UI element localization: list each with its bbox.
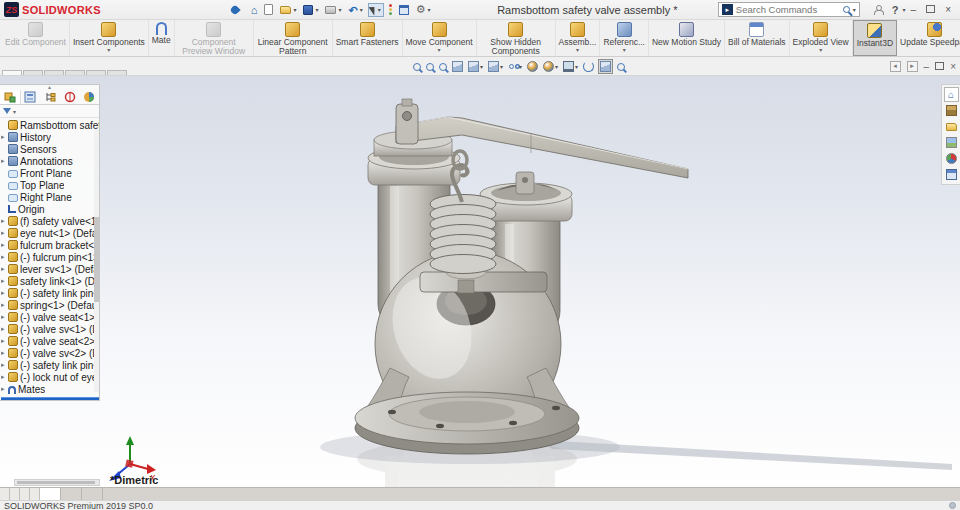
restore-button[interactable] <box>921 4 940 15</box>
undo-button[interactable]: ↶ <box>346 4 364 16</box>
save-button[interactable] <box>301 4 320 16</box>
tree-item[interactable]: ▸ spring<1> (Default<<I <box>1 299 99 311</box>
view-orientation-icon[interactable] <box>467 60 484 73</box>
menu-item[interactable] <box>163 8 177 12</box>
ribbon-button[interactable]: Edit Component ▾ <box>2 20 70 56</box>
pin-menu-icon[interactable] <box>229 4 240 15</box>
edit-appearance-icon[interactable] <box>526 60 539 73</box>
ribbon-button[interactable]: Exploded View ▾ <box>790 20 853 56</box>
tree-item[interactable]: ▸ Sensors <box>1 143 99 155</box>
solidworks-resources-button[interactable]: ⌂ <box>944 87 959 102</box>
menu-item[interactable] <box>131 8 145 12</box>
featuremanager-tab[interactable] <box>0 90 21 104</box>
search-input[interactable] <box>736 4 840 15</box>
expand-arrow-icon[interactable]: ▸ <box>1 263 8 275</box>
command-tab[interactable] <box>86 70 106 75</box>
new-document-button[interactable] <box>262 3 275 16</box>
command-tab[interactable] <box>107 70 127 75</box>
tree-item[interactable]: ▸ (-) valve seat<1> (Defa <box>1 311 99 323</box>
menu-item[interactable] <box>211 8 225 12</box>
ribbon-button[interactable]: Show Hidden Components ▾ <box>477 20 556 56</box>
ribbon-button[interactable]: New Motion Study ▾ <box>649 20 725 56</box>
tree-item[interactable]: ▸ (-) valve seat<2> (Defa <box>1 335 99 347</box>
ribbon-button[interactable]: Bill of Materials ▾ <box>725 20 790 56</box>
document-tab[interactable] <box>40 488 61 500</box>
command-tab[interactable] <box>65 70 85 75</box>
view-selector-icon[interactable] <box>598 59 613 74</box>
rollback-bar[interactable] <box>1 397 99 400</box>
doc-minimize-button[interactable]: – <box>924 61 930 72</box>
ribbon-button[interactable]: Component Preview Window ▾ <box>175 20 254 56</box>
expand-arrow-icon[interactable]: ▸ <box>1 275 8 287</box>
options-button[interactable]: ⚙ <box>414 3 433 16</box>
ribbon-button[interactable]: Move Component ▾ <box>403 20 477 56</box>
doc-restore-button[interactable] <box>935 60 944 72</box>
tree-item[interactable]: ▸ Origin <box>1 203 99 215</box>
dropdown-caret-icon[interactable]: ▾ <box>438 48 441 53</box>
tree-item[interactable]: ▸ (-) lock nut of eye nut< <box>1 371 99 383</box>
appearances-button[interactable] <box>944 151 959 166</box>
custom-properties-button[interactable] <box>944 167 959 182</box>
expand-arrow-icon[interactable]: ▸ <box>1 215 8 227</box>
tree-item[interactable]: ▸ safety link<1> (Default <box>1 275 99 287</box>
file-properties-button[interactable] <box>397 4 411 16</box>
display-style-icon[interactable] <box>487 60 504 73</box>
pane-left-button[interactable]: ◂ <box>890 61 901 72</box>
command-tab[interactable] <box>2 70 22 75</box>
tree-item[interactable]: ▸ (-) safety link pin<1> ( <box>1 287 99 299</box>
pan-icon[interactable] <box>616 62 626 72</box>
tree-item[interactable]: ▸ eye nut<1> (Default<< <box>1 227 99 239</box>
tree-item[interactable]: ▸ History <box>1 131 99 143</box>
previous-view-icon[interactable] <box>438 62 448 72</box>
user-account-icon[interactable] <box>873 5 883 15</box>
tree-item[interactable]: ▸ Annotations <box>1 155 99 167</box>
expand-arrow-icon[interactable]: ▸ <box>1 299 8 311</box>
minimize-button[interactable]: – <box>906 4 922 15</box>
ribbon-button[interactable]: Instant3D ▾ <box>853 20 897 56</box>
ribbon-button[interactable]: Mate ▾ <box>149 20 175 56</box>
home-button[interactable]: ⌂ <box>249 4 260 16</box>
expand-arrow-icon[interactable]: ▸ <box>1 347 8 359</box>
expand-arrow-icon[interactable]: ▸ <box>1 155 8 167</box>
file-explorer-button[interactable] <box>944 119 959 134</box>
tree-item[interactable]: ▸ (-) valve sv<2> (Defaul <box>1 347 99 359</box>
expand-arrow-icon[interactable]: ▸ <box>1 131 8 143</box>
select-button[interactable] <box>368 3 384 17</box>
design-library-button[interactable] <box>944 103 959 118</box>
open-button[interactable] <box>278 5 298 15</box>
menu-item[interactable] <box>115 8 129 12</box>
dimxpertmanager-tab[interactable] <box>60 90 80 104</box>
expand-arrow-icon[interactable]: ▸ <box>1 359 8 371</box>
tree-root-item[interactable]: ▸ Ramsbottom safety valve . <box>1 119 99 131</box>
section-view-icon[interactable] <box>451 60 464 73</box>
command-tab[interactable] <box>23 70 43 75</box>
search-caret-icon[interactable]: ▾ <box>853 6 856 13</box>
close-button[interactable]: × <box>940 4 956 15</box>
ribbon-button[interactable]: Insert Components ▾ <box>70 20 149 56</box>
tree-item[interactable]: ▸ (-) safety link pin<2> ( <box>1 359 99 371</box>
expand-arrow-icon[interactable]: ▸ <box>1 383 8 395</box>
panel-horizontal-scrollbar[interactable] <box>14 479 100 486</box>
tree-item[interactable]: ▸ lever sv<1> (Default<- <box>1 263 99 275</box>
graphics-viewport[interactable]: x *Dimetric ▴ ▾ <box>0 76 960 487</box>
search-icon[interactable] <box>843 6 850 13</box>
displaymanager-tab[interactable] <box>79 90 99 104</box>
expand-arrow-icon[interactable]: ▸ <box>1 251 8 263</box>
search-commands-box[interactable]: ▸ ▾ <box>718 2 860 17</box>
menu-item[interactable] <box>179 8 193 12</box>
tree-item[interactable]: ▸ fulcrum bracket<1> (D <box>1 239 99 251</box>
view-settings-icon[interactable] <box>562 60 579 73</box>
last-tab-button[interactable] <box>30 488 40 500</box>
expand-arrow-icon[interactable]: ▸ <box>1 335 8 347</box>
tree-item[interactable]: ▸ Mates <box>1 383 99 395</box>
tree-item[interactable]: ▸ Front Plane <box>1 167 99 179</box>
hide-show-items-icon[interactable] <box>507 60 523 73</box>
quick-tips-icon[interactable] <box>949 502 956 509</box>
tree-item[interactable]: ▸ (f) safety valve<1> (De <box>1 215 99 227</box>
ribbon-button[interactable]: Referenc... ▾ <box>600 20 649 56</box>
tree-vertical-scrollbar[interactable] <box>94 129 99 392</box>
expand-arrow-icon[interactable]: ▸ <box>1 311 8 323</box>
document-tab[interactable] <box>82 488 103 500</box>
expand-arrow-icon[interactable]: ▸ <box>1 323 8 335</box>
rotate-view-icon[interactable] <box>582 60 595 73</box>
